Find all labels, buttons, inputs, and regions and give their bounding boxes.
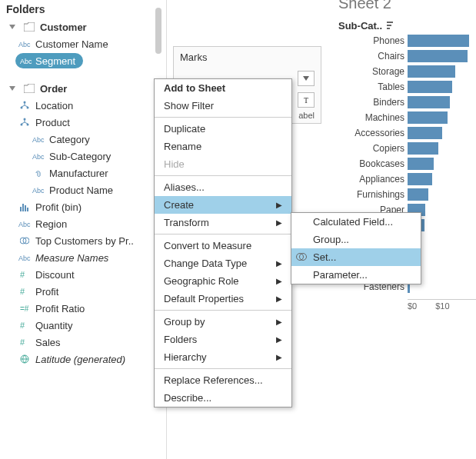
menu-separator — [155, 310, 291, 311]
svg-text:=#: =# — [20, 304, 29, 313]
field-label: Quantity — [35, 320, 72, 331]
bar-row[interactable]: Binders — [332, 95, 476, 110]
submenu-parameter[interactable]: Parameter... — [291, 266, 421, 284]
field-label: Location — [35, 100, 73, 111]
folder-order[interactable]: Order — [0, 80, 161, 97]
field-label: Sales — [35, 337, 61, 348]
bar-row[interactable]: Chairs — [332, 48, 476, 64]
svg-rect-13 — [25, 205, 26, 211]
field-manufacturer[interactable]: Manufacturer — [0, 165, 161, 181]
field-measure-names[interactable]: Abc Measure Names — [0, 249, 161, 266]
bar-row[interactable]: Tables — [332, 79, 476, 95]
menu-geographic[interactable]: Geographic Role▶ — [155, 272, 291, 290]
bar-row[interactable]: Bookcases — [332, 156, 476, 171]
menu-create[interactable]: Create▶ — [155, 196, 291, 214]
marks-dropdown-button[interactable] — [298, 71, 315, 86]
svg-rect-27 — [387, 28, 390, 29]
hierarchy-icon — [18, 99, 31, 111]
bar-row[interactable]: Phones — [332, 33, 476, 48]
sort-icon[interactable] — [387, 22, 398, 31]
svg-rect-25 — [387, 22, 393, 23]
submenu-set[interactable]: Set... — [291, 248, 421, 266]
marks-label-button[interactable]: T — [298, 92, 315, 108]
field-segment[interactable]: Abc Segment — [0, 52, 161, 69]
field-latitude[interactable]: Latitude (generated) — [0, 351, 161, 368]
menu-duplicate[interactable]: Duplicate — [155, 120, 291, 138]
field-label: Discount — [35, 269, 75, 281]
field-profit-ratio[interactable]: =# Profit Ratio — [0, 300, 161, 317]
menu-group-by[interactable]: Group by▶ — [155, 313, 291, 331]
folder-customer[interactable]: Customer — [0, 18, 161, 35]
scrollbar-thumb[interactable] — [155, 8, 161, 54]
chart-header: Sub-Cat.. — [332, 15, 476, 33]
menu-separator — [155, 117, 291, 118]
bar — [408, 111, 448, 124]
menu-default-props[interactable]: Default Properties▶ — [155, 290, 291, 308]
field-label: Latitude (generated) — [35, 354, 125, 365]
field-product[interactable]: Product — [0, 114, 161, 131]
bar — [408, 81, 452, 93]
menu-aliases[interactable]: Aliases... — [155, 178, 291, 196]
field-customer-name[interactable]: Abc Customer Name — [0, 35, 161, 52]
bar-row[interactable]: Appliances — [332, 171, 476, 187]
field-sub-category[interactable]: Abc Sub-Category — [0, 148, 161, 165]
submenu-arrow-icon: ▶ — [276, 277, 282, 285]
bar-row[interactable]: Copiers — [332, 141, 476, 156]
svg-text:Abc: Abc — [32, 136, 45, 144]
abc-icon: Abc — [32, 133, 45, 145]
axis-tick: $0 — [408, 301, 417, 311]
bar-label: Furnishings — [332, 189, 408, 200]
menu-show-filter[interactable]: Show Filter — [155, 97, 291, 115]
menu-convert[interactable]: Convert to Measure — [155, 237, 291, 254]
submenu-calc-field[interactable]: Calculated Field... — [291, 213, 421, 231]
create-submenu: Calculated Field... Group... Set... Para… — [291, 212, 421, 284]
submenu-arrow-icon: ▶ — [276, 294, 282, 303]
bar-label: Chairs — [332, 51, 408, 62]
bar-label: Phones — [332, 35, 408, 46]
submenu-arrow-icon: ▶ — [276, 353, 282, 361]
menu-change-type[interactable]: Change Data Type▶ — [155, 254, 291, 272]
bar-row[interactable]: Furnishings — [332, 187, 476, 202]
folder-label: Order — [40, 83, 67, 95]
bar-row[interactable]: Storage — [332, 64, 476, 79]
bar — [408, 96, 450, 108]
field-pill-segment[interactable]: Abc Segment — [15, 53, 83, 68]
menu-replace-refs[interactable]: Replace References... — [155, 371, 291, 389]
field-sales[interactable]: # Sales — [0, 334, 161, 351]
field-region[interactable]: Abc Region — [0, 215, 161, 232]
calc-number-icon: =# — [18, 302, 31, 314]
menu-add-to-sheet[interactable]: Add to Sheet — [155, 79, 291, 97]
bar-row[interactable]: Accessories — [332, 125, 476, 141]
svg-text:Abc: Abc — [18, 221, 31, 228]
menu-rename[interactable]: Rename — [155, 138, 291, 155]
field-profit-bin[interactable]: Profit (bin) — [0, 198, 161, 215]
menu-describe[interactable]: Describe... — [155, 389, 291, 407]
bar-label: Tables — [332, 81, 408, 92]
chart-header-label: Sub-Cat.. — [338, 20, 382, 32]
field-quantity[interactable]: # Quantity — [0, 317, 161, 334]
field-location[interactable]: Location — [0, 97, 161, 114]
bar-label: Accessories — [332, 128, 408, 138]
field-top-customers[interactable]: Top Customers by Pr.. — [0, 232, 161, 249]
field-profit[interactable]: # Profit — [0, 283, 161, 300]
svg-text:Abc: Abc — [32, 187, 45, 195]
bar-label: Binders — [332, 97, 408, 108]
folder-icon — [23, 82, 35, 95]
caret-down-icon — [6, 21, 18, 33]
menu-folders[interactable]: Folders▶ — [155, 331, 291, 348]
submenu-group[interactable]: Group... — [291, 231, 421, 248]
submenu-arrow-icon: ▶ — [276, 335, 282, 344]
field-label: Measure Names — [35, 252, 108, 264]
field-product-name[interactable]: Abc Product Name — [0, 181, 161, 198]
field-category[interactable]: Abc Category — [0, 131, 161, 148]
field-label: Sub-Category — [49, 151, 111, 162]
menu-hierarchy[interactable]: Hierarchy▶ — [155, 348, 291, 366]
field-label: Product — [35, 117, 70, 128]
caret-down-icon — [6, 82, 18, 95]
bar-row[interactable]: Machines — [332, 110, 476, 125]
field-discount[interactable]: # Discount — [0, 266, 161, 283]
number-icon: # — [18, 319, 31, 331]
bar-label: Appliances — [332, 174, 408, 185]
field-label: Profit — [35, 286, 58, 298]
menu-transform[interactable]: Transform▶ — [155, 214, 291, 231]
